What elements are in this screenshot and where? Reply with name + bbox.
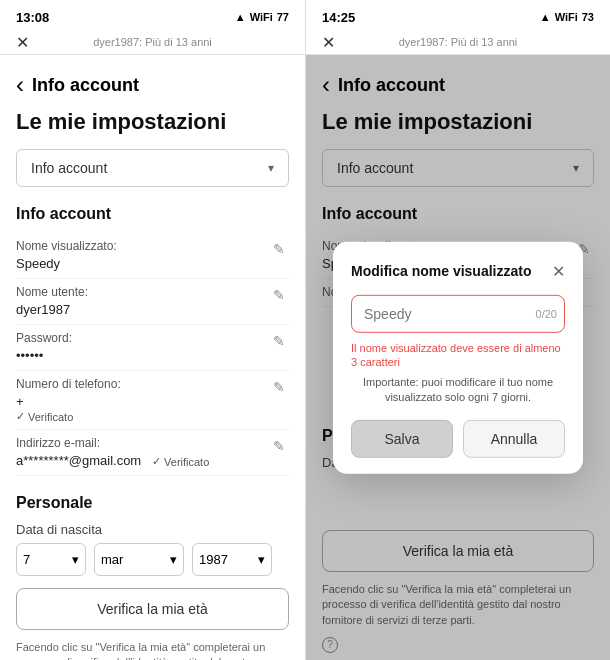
signal-icon: ▲ (235, 11, 246, 23)
edit-password-icon[interactable]: ✎ (269, 331, 289, 351)
verify-age-button-left[interactable]: Verifica la mia età (16, 588, 289, 630)
modal-save-button[interactable]: Salva (351, 420, 453, 458)
nav-subtitle-left: dyer1987: Più di 13 anni (93, 36, 212, 48)
wifi-icon: WiFi (250, 11, 273, 23)
birth-day-chevron-icon: ▾ (72, 552, 79, 567)
right-panel: 14:25 ▲ WiFi 73 ✕ dyer1987: Più di 13 an… (305, 0, 610, 660)
field-password: Password: •••••• ✎ (16, 325, 289, 371)
signal-icon-right: ▲ (540, 11, 551, 23)
verified-badge-telefono: ✓ Verificato (16, 410, 269, 423)
verify-note-left: Facendo clic su "Verifica la mia età" co… (16, 640, 289, 660)
chevron-down-icon-left: ▾ (268, 161, 274, 175)
display-name-input[interactable] (351, 294, 565, 332)
modal-header: Modifica nome visualizzato ✕ (351, 261, 565, 280)
personal-section-left: Personale Data di nascita 7 ▾ mar ▾ 1987… (16, 494, 289, 660)
modal-title: Modifica nome visualizzato (351, 263, 531, 279)
birth-day-value: 7 (23, 552, 30, 567)
time-left: 13:08 (16, 10, 49, 25)
modal-close-icon[interactable]: ✕ (552, 261, 565, 280)
dropdown-label-left: Info account (31, 160, 107, 176)
field-telefono: Numero di telefono: + ✓ Verificato ✎ (16, 371, 289, 430)
field-nome-utente: Nome utente: dyer1987 ✎ (16, 279, 289, 325)
info-section-title-left: Info account (16, 205, 289, 223)
page-title-left: Le mie impostazioni (16, 109, 289, 135)
field-email: Indirizzo e-mail: a*********@gmail.com ✓… (16, 430, 289, 476)
section-dropdown-left[interactable]: Info account ▾ (16, 149, 289, 187)
birth-label-left: Data di nascita (16, 522, 289, 537)
status-icons-right: ▲ WiFi 73 (540, 11, 594, 23)
label-telefono: Numero di telefono: (16, 377, 269, 391)
time-right: 14:25 (322, 10, 355, 25)
left-panel: 13:08 ▲ WiFi 77 ✕ dyer1987: Più di 13 an… (0, 0, 305, 660)
page-header-left: Info account (32, 75, 139, 96)
personal-section-title-left: Personale (16, 494, 289, 512)
birth-day-select[interactable]: 7 ▾ (16, 543, 86, 576)
field-nome-visualizzato: Nome visualizzato: Speedy ✎ (16, 233, 289, 279)
edit-email-icon[interactable]: ✎ (269, 436, 289, 456)
birth-year-chevron-icon: ▾ (258, 552, 265, 567)
nav-bar-right: ✕ dyer1987: Più di 13 anni (306, 30, 610, 55)
status-bar-left: 13:08 ▲ WiFi 77 (0, 0, 305, 30)
verified-badge-email: ✓ Verificato (152, 455, 209, 468)
char-counter: 0/20 (536, 307, 557, 319)
edit-nome-utente-icon[interactable]: ✎ (269, 285, 289, 305)
label-nome-visualizzato: Nome visualizzato: (16, 239, 269, 253)
value-password: •••••• (16, 348, 43, 363)
value-telefono: + (16, 394, 24, 409)
close-button-right[interactable]: ✕ (322, 33, 335, 52)
modal-info-message: Importante: puoi modificare il tuo nome … (351, 375, 565, 406)
modal-cancel-button[interactable]: Annulla (463, 420, 565, 458)
value-nome-visualizzato: Speedy (16, 256, 60, 271)
back-arrow-left[interactable]: ‹ (16, 71, 24, 99)
birth-month-select[interactable]: mar ▾ (94, 543, 184, 576)
value-nome-utente: dyer1987 (16, 302, 70, 317)
nav-subtitle-right: dyer1987: Più di 13 anni (399, 36, 518, 48)
label-nome-utente: Nome utente: (16, 285, 269, 299)
edit-nome-visualizzato-icon[interactable]: ✎ (269, 239, 289, 259)
right-content-wrapper: ‹ Info account Le mie impostazioni Info … (306, 55, 610, 660)
label-password: Password: (16, 331, 269, 345)
modal-input-wrapper: 0/20 (351, 294, 565, 332)
label-email: Indirizzo e-mail: (16, 436, 269, 450)
nav-bar-left: ✕ dyer1987: Più di 13 anni (0, 30, 305, 55)
birth-month-value: mar (101, 552, 123, 567)
status-bar-right: 14:25 ▲ WiFi 73 (306, 0, 610, 30)
edit-telefono-icon[interactable]: ✎ (269, 377, 289, 397)
modal-error-message: Il nome visualizzato deve essere di alme… (351, 340, 565, 369)
battery-icon-right: 73 (582, 11, 594, 23)
birth-year-value: 1987 (199, 552, 228, 567)
birth-row-left: 7 ▾ mar ▾ 1987 ▾ (16, 543, 289, 576)
content-left: ‹ Info account Le mie impostazioni Info … (0, 55, 305, 660)
battery-icon: 77 (277, 11, 289, 23)
modal-buttons: Salva Annulla (351, 420, 565, 458)
birth-year-select[interactable]: 1987 ▾ (192, 543, 272, 576)
birth-month-chevron-icon: ▾ (170, 552, 177, 567)
close-button-left[interactable]: ✕ (16, 33, 29, 52)
edit-display-name-modal: Modifica nome visualizzato ✕ 0/20 Il nom… (333, 241, 583, 473)
status-icons-left: ▲ WiFi 77 (235, 11, 289, 23)
wifi-icon-right: WiFi (555, 11, 578, 23)
value-email: a*********@gmail.com (16, 453, 141, 468)
